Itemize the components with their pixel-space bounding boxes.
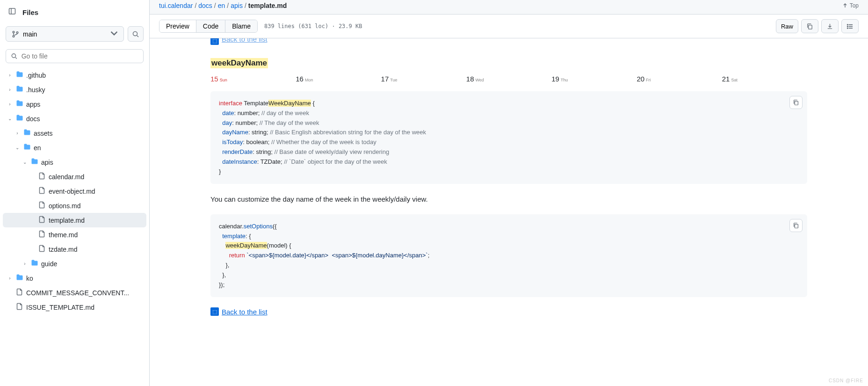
tree-folder[interactable]: ›assets <box>3 126 146 140</box>
chevron-right-icon: › <box>7 276 13 281</box>
week-day-cell: 20Fri <box>637 75 722 83</box>
file-icon <box>38 245 46 254</box>
back-link-row: ⬚ Back to the list <box>210 307 859 316</box>
git-branch-icon <box>12 30 19 38</box>
view-mode-tabs: Preview Code Blame <box>159 20 258 33</box>
folder-icon <box>23 129 31 138</box>
tree-file[interactable]: COMMIT_MESSAGE_CONVENT... <box>3 285 146 300</box>
tree-folder[interactable]: ›.husky <box>3 82 146 97</box>
folder-icon <box>16 100 23 109</box>
svg-point-4 <box>16 31 18 33</box>
back-to-top-link[interactable]: Top <box>842 2 859 9</box>
folder-icon <box>16 71 23 80</box>
caret-down-icon <box>110 29 118 38</box>
file-tree-sidebar: Files main ›.github›.husky›apps⌄docs›ass… <box>0 0 150 386</box>
svg-rect-0 <box>9 8 15 14</box>
tree-item-label: ko <box>26 275 33 282</box>
tree-search-button[interactable] <box>128 26 144 42</box>
tree-item-label: theme.md <box>49 231 78 239</box>
tree-folder[interactable]: ⌄apis <box>3 155 146 169</box>
svg-point-7 <box>12 54 15 58</box>
tree-file[interactable]: ISSUE_TEMPLATE.md <box>3 300 146 314</box>
back-link-partial: ⬚ Back to the list <box>159 38 859 45</box>
tree-file[interactable]: event-object.md <box>3 184 146 198</box>
back-to-list-link[interactable]: Back to the list <box>222 308 268 316</box>
svg-point-15 <box>847 28 848 29</box>
download-icon <box>826 23 833 30</box>
week-day-cell: 15Sun <box>210 75 296 83</box>
branch-selector[interactable]: main <box>6 26 124 42</box>
download-button[interactable] <box>821 19 839 33</box>
folder-icon <box>31 158 38 167</box>
tab-preview[interactable]: Preview <box>159 20 196 32</box>
tree-folder[interactable]: ⌄docs <box>3 111 146 126</box>
chevron-right-icon: › <box>7 102 13 107</box>
file-icon <box>38 201 46 210</box>
tab-blame[interactable]: Blame <box>225 20 257 32</box>
code-block-interface: interface TemplateWeekDayName { date: nu… <box>210 91 807 184</box>
week-day-cell: 19Thu <box>551 75 637 83</box>
breadcrumb-link[interactable]: tui.calendar <box>159 2 193 9</box>
breadcrumb-link[interactable]: apis <box>231 2 243 9</box>
tree-file[interactable]: options.md <box>3 198 146 213</box>
week-day-cell: 16Mon <box>296 75 381 83</box>
copy-code-button[interactable] <box>789 96 803 109</box>
chevron-right-icon: › <box>7 73 13 78</box>
svg-point-5 <box>133 31 137 36</box>
back-to-list-link[interactable]: Back to the list <box>222 38 268 43</box>
tree-folder[interactable]: ›ko <box>3 271 146 285</box>
file-icon <box>38 172 46 181</box>
breadcrumb-link[interactable]: docs <box>198 2 212 9</box>
file-icon <box>38 187 46 196</box>
tree-folder[interactable]: ›.github <box>3 68 146 82</box>
tree-folder[interactable]: ›apps <box>3 97 146 111</box>
tree-item-label: ISSUE_TEMPLATE.md <box>26 304 94 311</box>
tree-item-label: apis <box>41 159 53 166</box>
tree-file[interactable]: template.md <box>3 213 146 227</box>
breadcrumb-link[interactable]: en <box>218 2 225 9</box>
file-toolbar: Preview Code Blame 839 lines (631 loc) ·… <box>150 15 868 38</box>
main-panel: tui.calendar/docs/en/apis/template.md To… <box>150 0 868 386</box>
document-content: ⬚ Back to the list weekDayName 15Sun16Mo… <box>150 38 868 386</box>
copy-raw-button[interactable] <box>801 19 818 33</box>
anchor-marker[interactable]: ⬚ <box>210 38 219 45</box>
week-day-cell: 17Tue <box>381 75 466 83</box>
raw-button[interactable]: Raw <box>776 19 798 33</box>
tree-file[interactable]: calendar.md <box>3 169 146 184</box>
chevron-right-icon: › <box>14 131 21 136</box>
folder-icon <box>16 114 23 123</box>
tree-file[interactable]: tzdate.md <box>3 242 146 256</box>
file-icon <box>38 216 46 225</box>
branch-name: main <box>23 30 37 38</box>
panel-toggle-icon[interactable] <box>8 7 16 17</box>
copy-icon <box>806 23 813 30</box>
svg-point-2 <box>13 31 14 33</box>
copy-icon <box>793 99 799 106</box>
tree-folder[interactable]: ⌄en <box>3 140 146 155</box>
sidebar-header: Files <box>0 0 149 22</box>
week-day-cell: 21Sat <box>722 75 807 83</box>
copy-icon <box>793 222 799 229</box>
tree-item-label: event-object.md <box>49 188 95 195</box>
tree-item-label: template.md <box>49 217 85 224</box>
svg-point-14 <box>847 26 848 27</box>
breadcrumb-bar: tui.calendar/docs/en/apis/template.md To… <box>150 0 868 15</box>
copy-code-button[interactable] <box>789 219 803 232</box>
tab-code[interactable]: Code <box>196 20 225 32</box>
svg-line-8 <box>15 58 17 59</box>
go-to-file-field[interactable] <box>22 52 138 60</box>
search-icon <box>132 30 139 38</box>
go-to-file-input[interactable] <box>6 49 144 63</box>
breadcrumb: tui.calendar/docs/en/apis/template.md <box>159 2 287 9</box>
folder-icon <box>31 259 38 268</box>
tree-folder[interactable]: ›guide <box>3 256 146 271</box>
svg-line-6 <box>137 36 138 37</box>
tree-file[interactable]: theme.md <box>3 227 146 242</box>
tree-item-label: guide <box>41 260 57 268</box>
chevron-right-icon: › <box>22 261 28 266</box>
tree-item-label: apps <box>26 101 40 108</box>
description-text: You can customize the day name of the we… <box>210 194 807 205</box>
anchor-marker[interactable]: ⬚ <box>210 307 219 316</box>
outline-button[interactable] <box>841 19 859 33</box>
week-day-header-example: 15Sun16Mon17Tue18Wed19Thu20Fri21Sat <box>159 75 859 91</box>
